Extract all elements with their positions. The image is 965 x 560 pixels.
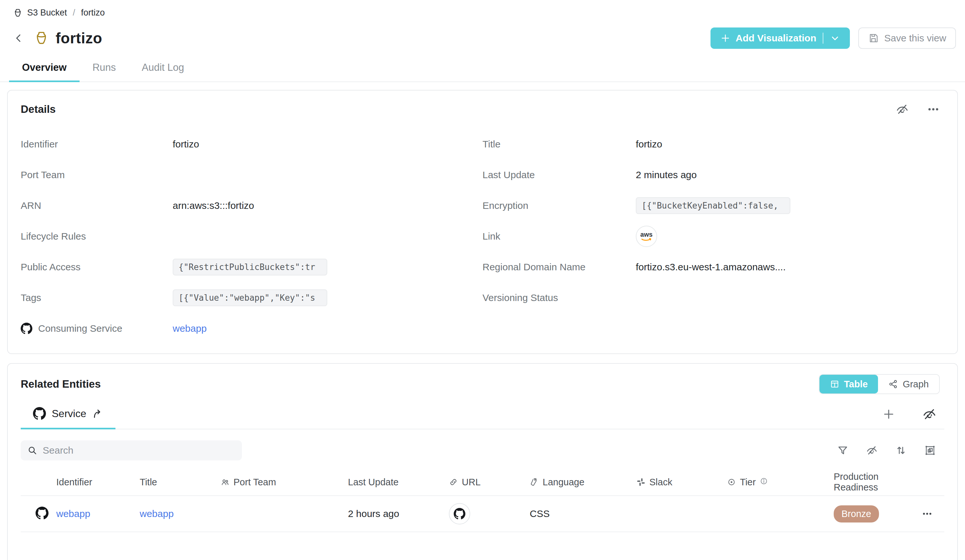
row-last-update: 2 hours ago	[348, 508, 449, 519]
row-language: CSS	[530, 508, 636, 519]
hide-relations-button[interactable]	[922, 407, 937, 421]
hide-columns-button[interactable]	[866, 444, 878, 456]
column-header-port-team[interactable]: Port Team	[221, 477, 348, 488]
row-title-link[interactable]: webapp	[140, 508, 173, 519]
field-label: Public Access	[21, 261, 173, 273]
field-label: Identifier	[21, 139, 173, 150]
field-label: Tags	[21, 292, 173, 303]
add-visualization-button[interactable]: Add Visualization	[710, 28, 850, 49]
column-header-url[interactable]: URL	[449, 477, 530, 488]
tab-audit-log[interactable]: Audit Log	[129, 57, 197, 82]
add-visualization-label: Add Visualization	[736, 33, 816, 44]
breadcrumb-blueprint[interactable]: S3 Bucket	[27, 8, 67, 18]
public-access-code-chip[interactable]: {"RestrictPublicBuckets":tr	[173, 259, 327, 276]
bucket-icon-gold	[34, 30, 49, 46]
entity-header: fortizo Add Visualization Save this view	[11, 28, 956, 49]
field-label: Lifecycle Rules	[21, 231, 173, 242]
production-readiness-badge: Bronze	[834, 505, 879, 522]
details-card-header: Details	[21, 103, 944, 116]
column-header-production-readiness[interactable]: Production Readiness	[834, 472, 922, 493]
column-label: Slack	[649, 477, 672, 488]
github-icon	[33, 407, 46, 420]
page-title: fortizo	[56, 29, 102, 47]
aws-swoosh-icon	[641, 238, 652, 242]
details-more-button[interactable]	[927, 103, 940, 116]
column-header-slack[interactable]: Slack	[636, 477, 727, 488]
field-value: fortizo.s3.eu-west-1.amazonaws....	[636, 261, 944, 273]
search-input[interactable]	[43, 445, 236, 456]
table-toolbar	[21, 440, 944, 460]
field-value: fortizo	[636, 139, 944, 150]
field-link: Link aws	[483, 221, 944, 251]
details-title: Details	[21, 103, 56, 116]
graph-view-button[interactable]: Graph	[878, 375, 939, 393]
button-divider	[823, 33, 823, 44]
row-url-github-button[interactable]	[449, 503, 470, 524]
table-view-button[interactable]: Table	[819, 375, 878, 393]
column-header-last-update[interactable]: Last Update	[348, 477, 449, 488]
encryption-code-chip[interactable]: [{"BucketKeyEnabled":false,	[636, 197, 790, 214]
field-regional-domain-name: Regional Domain Name fortizo.s3.eu-west-…	[483, 251, 944, 282]
save-icon	[868, 33, 879, 44]
tags-code-chip[interactable]: [{"Value":"webapp","Key":"s	[173, 289, 327, 306]
table-icon	[830, 379, 839, 389]
aws-link-badge[interactable]: aws	[636, 226, 657, 247]
ellipsis-icon	[927, 103, 940, 116]
search-box[interactable]	[21, 440, 242, 460]
eye-slash-icon	[922, 407, 937, 421]
ellipsis-icon	[922, 508, 933, 519]
chevron-down-icon[interactable]	[830, 33, 840, 43]
column-header-language[interactable]: Language	[530, 477, 636, 488]
field-value: arn:aws:s3:::fortizo	[173, 200, 483, 211]
related-entities-header: Related Entities Table Graph	[21, 374, 944, 394]
field-label: Title	[483, 139, 636, 150]
tab-runs[interactable]: Runs	[80, 57, 129, 82]
field-arn: ARN arn:aws:s3:::fortizo	[21, 190, 483, 221]
breadcrumb-separator: /	[72, 8, 77, 18]
back-button[interactable]	[11, 31, 26, 45]
tab-service[interactable]: Service	[21, 404, 115, 429]
field-encryption: Encryption [{"BucketKeyEnabled":false,	[483, 190, 944, 221]
eye-slash-icon	[866, 444, 878, 456]
tier-icon	[727, 478, 736, 487]
field-label: Last Update	[483, 170, 636, 180]
entity-title-wrap: fortizo	[34, 29, 102, 47]
details-header-icons	[896, 103, 944, 116]
field-versioning-status: Versioning Status	[483, 282, 944, 313]
field-label: Link	[483, 231, 636, 242]
tab-service-label: Service	[52, 408, 86, 420]
details-left-column: Identifier fortizo Port Team ARN arn:aws…	[21, 129, 483, 344]
chevron-left-icon	[13, 33, 24, 44]
column-label: Tier	[740, 477, 756, 488]
column-label: Identifier	[56, 477, 92, 488]
team-icon	[221, 478, 230, 487]
code-text: {"RestrictPublicBuckets":tr	[178, 262, 315, 272]
aws-logo-text: aws	[640, 231, 653, 238]
hide-properties-button[interactable]	[896, 103, 909, 116]
search-icon	[27, 445, 38, 456]
sort-button[interactable]	[895, 444, 907, 456]
related-tabs-row: Service	[21, 404, 944, 429]
save-this-view-label: Save this view	[884, 33, 946, 44]
bucket-icon	[13, 8, 23, 18]
breadcrumb-entity[interactable]: fortizo	[81, 8, 105, 18]
field-public-access: Public Access {"RestrictPublicBuckets":t…	[21, 251, 483, 282]
table-row[interactable]: webapp webapp 2 hours ago CSS Bronze	[21, 496, 944, 532]
column-header-identifier[interactable]: Identifier	[56, 477, 140, 488]
sort-icon	[895, 444, 907, 456]
plus-icon	[720, 33, 731, 43]
field-port-team: Port Team	[21, 159, 483, 190]
group-by-button[interactable]	[924, 444, 936, 456]
column-header-title[interactable]: Title	[140, 477, 221, 488]
field-identifier: Identifier fortizo	[21, 129, 483, 159]
consuming-service-link[interactable]: webapp	[173, 323, 207, 334]
filter-button[interactable]	[837, 444, 849, 456]
tier-info-wrap[interactable]	[760, 477, 768, 488]
column-header-tier[interactable]: Tier	[727, 477, 834, 488]
tab-overview[interactable]: Overview	[9, 57, 80, 82]
row-more-button[interactable]	[922, 508, 944, 519]
save-this-view-button[interactable]: Save this view	[858, 28, 956, 49]
field-label: Consuming Service	[21, 323, 173, 334]
row-identifier-link[interactable]: webapp	[56, 508, 90, 519]
add-related-button[interactable]	[882, 408, 895, 421]
